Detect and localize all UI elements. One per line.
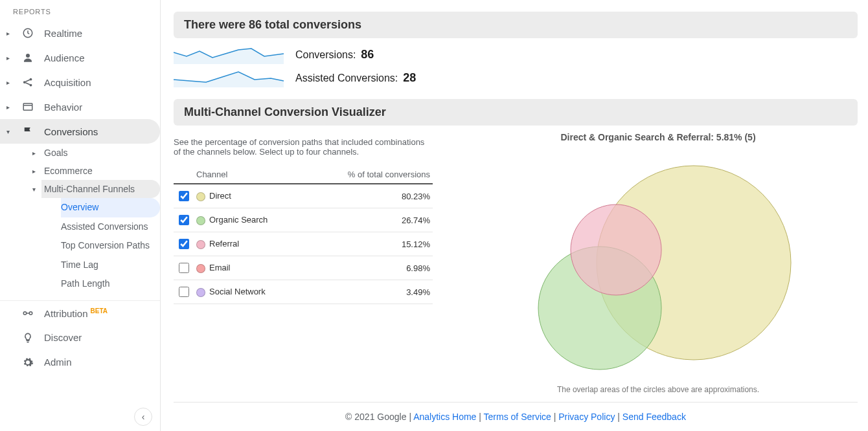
channel-table-wrap: See the percentage of conversion paths t… — [174, 132, 433, 304]
clock-icon — [21, 27, 35, 39]
th-pct: % of total conversions — [305, 166, 433, 184]
channel-color-dot — [196, 264, 205, 273]
conversions-value: 86 — [361, 48, 374, 61]
channel-checkbox[interactable] — [179, 191, 189, 201]
sidebar-item-label: Admin — [44, 357, 72, 368]
channel-color-dot — [196, 288, 205, 297]
headline-panel: There were 86 total conversions — [174, 12, 858, 38]
channel-name: Organic Search — [209, 215, 268, 225]
sidebar-item-admin[interactable]: Admin — [0, 350, 160, 375]
sidebar-item-assisted-conversions[interactable]: Assisted Conversions — [61, 217, 160, 237]
venn-column: Direct & Organic Search & Referral: 5.81… — [459, 132, 858, 394]
channel-pct: 26.74% — [305, 208, 433, 232]
sidebar-item-time-lag[interactable]: Time Lag — [61, 256, 160, 275]
assisted-label: Assisted Conversions: — [295, 72, 398, 83]
footer-copyright: © 2021 Google — [345, 412, 406, 422]
channel-color-dot — [196, 240, 205, 249]
sidebar-collapse-button[interactable]: ‹ — [134, 408, 152, 426]
caret-down-icon: ▾ — [32, 186, 39, 193]
sidebar-item-ecommerce[interactable]: ▸ Ecommerce — [41, 162, 160, 180]
caret-down-icon: ▾ — [6, 128, 12, 135]
channel-color-dot — [196, 192, 205, 201]
caret-right-icon: ▸ — [32, 149, 39, 157]
sidebar-item-audience[interactable]: ▸ Audience — [0, 45, 160, 70]
channel-pct: 80.23% — [305, 184, 433, 208]
svg-point-7 — [29, 311, 32, 315]
svg-point-6 — [23, 311, 27, 315]
sub-item-label: Ecommerce — [44, 166, 93, 176]
footer-link-terms[interactable]: Terms of Service — [484, 412, 551, 422]
channel-name: Email — [209, 263, 231, 272]
sidebar-item-label: Acquisition — [44, 77, 91, 88]
caret-right-icon: ▸ — [6, 54, 12, 61]
sidebar-item-discover[interactable]: Discover — [0, 326, 160, 350]
channel-table: Channel % of total conversions Direct80.… — [174, 166, 433, 304]
main-content: There were 86 total conversions Conversi… — [161, 0, 868, 431]
channel-checkbox[interactable] — [179, 263, 189, 273]
footer-link-analytics-home[interactable]: Analytics Home — [413, 412, 476, 422]
caret-right-icon: ▸ — [6, 104, 12, 111]
footer: © 2021 Google | Analytics Home | Terms o… — [174, 402, 858, 431]
chevron-left-icon: ‹ — [142, 412, 145, 422]
sidebar-item-behavior[interactable]: ▸ Behavior — [0, 94, 160, 119]
footer-link-privacy[interactable]: Privacy Policy — [558, 412, 615, 422]
venn-diagram — [522, 146, 794, 379]
metric-row-conversions: Conversions: 86 — [174, 45, 858, 64]
channel-name: Referral — [209, 239, 239, 249]
venn-title: Direct & Organic Search & Referral: 5.81… — [459, 132, 858, 142]
sidebar-item-conversions[interactable]: ▾ Conversions — [0, 119, 160, 144]
sidebar-item-top-conversion-paths[interactable]: Top Conversion Paths — [61, 236, 160, 256]
person-icon — [21, 52, 35, 63]
channel-name: Social Network — [209, 287, 266, 296]
attribution-icon — [21, 307, 35, 319]
caret-right-icon: ▸ — [6, 79, 12, 86]
sidebar-item-acquisition[interactable]: ▸ Acquisition — [0, 70, 160, 94]
sidebar: REPORTS ▸ Realtime ▸ Audience ▸ Acquisit… — [0, 0, 161, 431]
table-row: Email6.98% — [174, 256, 433, 280]
venn-circle-referral — [571, 204, 661, 295]
sub-item-label: Goals — [44, 148, 68, 158]
channel-pct: 6.98% — [305, 256, 433, 280]
conversions-label: Conversions: — [295, 49, 356, 60]
svg-point-1 — [26, 54, 30, 58]
table-row: Social Network3.49% — [174, 280, 433, 304]
sidebar-item-multi-channel-funnels[interactable]: ▾ Multi-Channel Funnels — [41, 180, 160, 198]
beta-badge: BETA — [91, 307, 108, 315]
gear-icon — [21, 357, 35, 368]
sidebar-item-goals[interactable]: ▸ Goals — [41, 144, 160, 162]
sidebar-item-attribution[interactable]: AttributionBETA — [0, 301, 160, 326]
flag-icon — [21, 126, 35, 137]
channel-checkbox[interactable] — [179, 239, 189, 249]
metric-row-assisted: Assisted Conversions: 28 — [174, 68, 858, 87]
channel-pct: 3.49% — [305, 280, 433, 304]
th-channel: Channel — [194, 166, 305, 184]
sidebar-item-label: Behavior — [44, 102, 82, 113]
channel-color-dot — [196, 216, 205, 225]
sidebar-item-path-length[interactable]: Path Length — [61, 274, 160, 294]
caret-right-icon: ▸ — [6, 30, 12, 37]
assisted-value: 28 — [403, 71, 416, 84]
channel-name: Direct — [209, 191, 231, 201]
lightbulb-icon — [21, 332, 35, 344]
channel-checkbox[interactable] — [179, 287, 189, 297]
sidebar-item-label: Conversions — [44, 126, 98, 137]
sidebar-item-overview[interactable]: Overview — [61, 198, 160, 217]
sparkline-assisted — [174, 68, 284, 87]
table-row: Direct80.23% — [174, 184, 433, 208]
sparkline-conversions — [174, 45, 284, 64]
sidebar-item-realtime[interactable]: ▸ Realtime — [0, 21, 160, 45]
channel-pct: 15.12% — [305, 232, 433, 256]
sidebar-header: REPORTS — [0, 0, 160, 21]
sidebar-item-label: AttributionBETA — [44, 307, 108, 319]
mcv-title: Multi-Channel Conversion Visualizer — [174, 99, 858, 126]
svg-rect-5 — [23, 104, 32, 111]
share-icon — [21, 76, 35, 88]
window-icon — [21, 101, 35, 113]
table-row: Referral15.12% — [174, 232, 433, 256]
sub-item-label: Multi-Channel Funnels — [44, 184, 135, 194]
channel-checkbox[interactable] — [179, 215, 189, 225]
sidebar-item-label: Audience — [44, 52, 85, 63]
footer-link-feedback[interactable]: Send Feedback — [622, 412, 686, 422]
mcv-subtext: See the percentage of conversion paths t… — [174, 137, 433, 157]
sidebar-item-label: Discover — [44, 332, 82, 343]
